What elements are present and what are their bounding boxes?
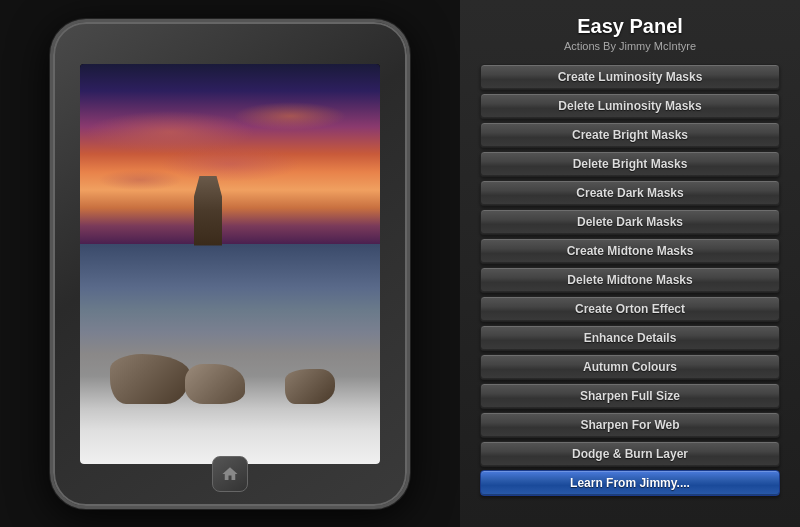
ipad-device — [50, 19, 410, 509]
panel-button-14[interactable]: Learn From Jimmy.... — [480, 470, 780, 496]
panel-button-5[interactable]: Delete Dark Masks — [480, 209, 780, 235]
panel-button-12[interactable]: Sharpen For Web — [480, 412, 780, 438]
home-icon — [221, 465, 239, 483]
panel-buttons-list: Create Luminosity MasksDelete Luminosity… — [480, 64, 780, 496]
ipad-screen — [80, 64, 380, 464]
panel-button-13[interactable]: Dodge & Burn Layer — [480, 441, 780, 467]
panel-button-6[interactable]: Create Midtone Masks — [480, 238, 780, 264]
panel-button-10[interactable]: Autumn Colours — [480, 354, 780, 380]
photo-rocks-foreground — [80, 284, 380, 404]
panel-button-0[interactable]: Create Luminosity Masks — [480, 64, 780, 90]
photo-rock-mid — [185, 364, 245, 404]
easy-panel: Easy Panel Actions By Jimmy McIntyre Cre… — [460, 0, 800, 527]
panel-button-11[interactable]: Sharpen Full Size — [480, 383, 780, 409]
ipad-section — [0, 0, 460, 527]
panel-title: Easy Panel — [577, 15, 683, 38]
panel-button-1[interactable]: Delete Luminosity Masks — [480, 93, 780, 119]
photo-rock-left — [110, 354, 190, 404]
panel-button-4[interactable]: Create Dark Masks — [480, 180, 780, 206]
panel-button-2[interactable]: Create Bright Masks — [480, 122, 780, 148]
photo-rock-right — [285, 369, 335, 404]
ipad-home-button[interactable] — [212, 456, 248, 492]
panel-button-7[interactable]: Delete Midtone Masks — [480, 267, 780, 293]
panel-subtitle: Actions By Jimmy McIntyre — [564, 40, 696, 52]
panel-button-8[interactable]: Create Orton Effect — [480, 296, 780, 322]
photo-rock-main — [194, 176, 222, 246]
panel-button-3[interactable]: Delete Bright Masks — [480, 151, 780, 177]
photo-sky-clouds — [80, 84, 380, 244]
panel-button-9[interactable]: Enhance Details — [480, 325, 780, 351]
